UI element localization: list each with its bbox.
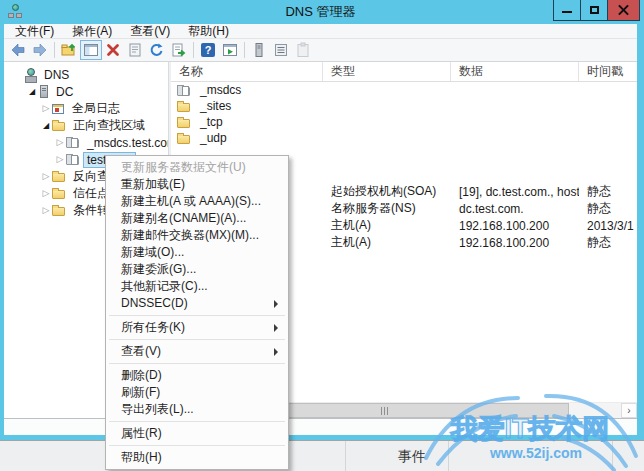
collapsed-expander-icon[interactable]: ▷ [40,100,52,117]
context-menu-item[interactable]: 其他新记录(C)... [107,278,287,295]
context-menu-item[interactable]: 属性(R) [107,425,287,442]
tree-item-label: 正向查找区域 [70,117,148,134]
refresh-button[interactable] [146,40,168,60]
collapsed-expander-icon[interactable]: ▷ [40,202,52,219]
maximize-button[interactable] [580,0,608,21]
row-name: _tcp [200,115,223,129]
clipboard-button[interactable] [292,40,314,60]
new-window-button[interactable] [219,40,241,60]
list-row[interactable]: _msdcs [171,82,637,98]
tree-item-label: _msdcs.test.com [84,136,168,150]
menu-action[interactable]: 操作(A) [63,23,121,40]
tree-item[interactable]: DNS [4,66,168,83]
back-icon [10,42,26,58]
properties-icon [127,42,143,58]
context-menu-item[interactable]: 重新加载(E) [107,176,287,193]
context-menu-item[interactable]: 新建邮件交换器(MX)(M)... [107,227,287,244]
tree-item-label: 全局日志 [69,100,123,117]
collapsed-expander-icon[interactable]: ▷ [40,168,52,185]
context-menu-item: 更新服务器数据文件(U) [107,159,287,176]
collapsed-expander-icon[interactable]: ▷ [54,151,66,168]
help-button[interactable]: ? [197,40,219,60]
menu-view[interactable]: 查看(V) [121,23,179,40]
folder-icon [177,103,190,112]
up-one-level-icon [61,42,77,58]
properties-button[interactable] [124,40,146,60]
column-header-data[interactable]: 数据 [451,62,579,81]
zone-context-menu: 更新服务器数据文件(U)重新加载(E)新建主机(A 或 AAAA)(S)...新… [105,155,289,470]
tree-item[interactable]: ▷_msdcs.test.com [4,134,168,151]
minimize-button[interactable] [553,0,581,21]
bottom-bar-divider [612,441,613,471]
list-row[interactable]: _tcp [171,114,637,130]
zone-icon [177,87,190,96]
context-menu-item[interactable]: DNSSEC(D) [107,295,287,312]
column-header-type[interactable]: 类型 [323,62,451,81]
context-menu-item[interactable]: 导出列表(L)... [107,401,287,418]
context-menu-item[interactable]: 帮助(H) [107,449,287,466]
record-type: 名称服务器(NS) [323,200,451,217]
context-menu-item[interactable]: 新建别名(CNAME)(A)... [107,210,287,227]
screenshot-stage: 事件 DNS 管理器 文件(F) 操作(A) 查看(V) 帮助(H) [0,0,644,471]
folder-rows: _msdcs_sites_tcp_udp [171,82,637,146]
context-menu-item[interactable]: 新建委派(G)... [107,261,287,278]
list-row[interactable]: _udp [171,130,637,146]
zone-icon [66,156,79,165]
context-menu-item[interactable]: 新建主机(A 或 AAAA)(S)... [107,193,287,210]
dns-app-icon [7,3,23,21]
server-button[interactable] [248,40,270,60]
scroll-right-button[interactable]: › [621,403,637,418]
list-row[interactable]: _sites [171,98,637,114]
toolbar-separator [54,42,55,58]
submenu-arrow-icon [274,324,278,332]
tree-item[interactable]: ◢DC [4,83,168,100]
submenu-arrow-icon [274,300,278,308]
context-menu-item[interactable]: 新建域(O)... [107,244,287,261]
row-name: _udp [200,131,227,145]
bottom-bar-divider [345,441,346,471]
show-console-tree-button[interactable] [80,40,102,60]
context-menu-item[interactable]: 删除(D) [107,367,287,384]
menu-separator [109,363,285,364]
column-header-name[interactable]: 名称 [171,62,323,81]
collapsed-expander-icon[interactable]: ▷ [40,185,52,202]
log-icon [52,104,64,114]
expanded-expander-icon[interactable]: ◢ [40,117,52,134]
window-controls [554,0,640,21]
tree-item[interactable]: ◢正向查找区域 [4,117,168,134]
collapsed-expander-icon[interactable]: ▷ [54,134,66,151]
close-icon [618,5,629,16]
record-timestamp: 2013/3/1 [579,219,637,233]
record-list-button[interactable] [270,40,292,60]
help-icon: ? [200,42,216,58]
toolbar-separator [193,42,194,58]
record-data: [19], dc.test.com., host... [451,185,579,199]
server-icon [40,85,48,98]
export-list-button[interactable] [168,40,190,60]
folder-icon [52,122,65,131]
back-button[interactable] [7,40,29,60]
zone-icon [66,139,79,148]
menu-help[interactable]: 帮助(H) [179,23,238,40]
up-one-level-button[interactable] [58,40,80,60]
expanded-expander-icon[interactable]: ◢ [26,83,38,100]
context-menu-item[interactable]: 查看(V) [107,343,287,360]
close-button[interactable] [607,0,640,21]
context-menu-item[interactable]: 所有任务(K) [107,319,287,336]
clipboard-icon [295,42,311,58]
menu-separator [109,315,285,316]
record-type: 起始授权机构(SOA) [323,183,451,200]
forward-button[interactable] [29,40,51,60]
background-window-strip: 事件 [0,440,644,471]
bottom-bar-divider [448,441,449,471]
new-window-icon [222,42,238,58]
folder-icon [177,135,190,144]
row-name: _sites [200,99,231,113]
tree-item[interactable]: ▷全局日志 [4,100,168,117]
column-header-timestamp[interactable]: 时间戳 [579,62,637,81]
delete-button[interactable] [102,40,124,60]
folder-icon [52,173,65,182]
record-timestamp: 静态 [579,200,637,217]
context-menu-item[interactable]: 刷新(F) [107,384,287,401]
menu-file[interactable]: 文件(F) [6,23,63,40]
